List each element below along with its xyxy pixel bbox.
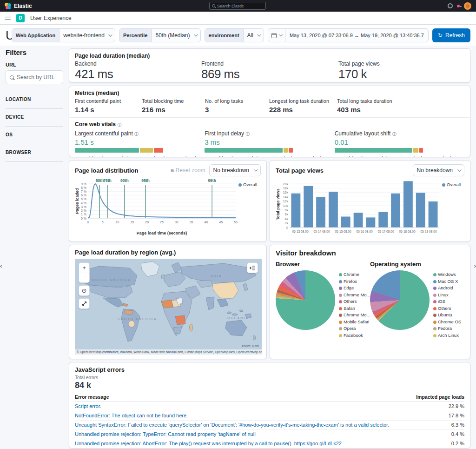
stat: Frontend869 ms	[201, 60, 338, 81]
legend-item[interactable]: Safari	[339, 305, 370, 312]
table-row: Script error.22.9 %	[75, 402, 464, 411]
sidebar-section-location[interactable]: LOCATION	[6, 91, 63, 102]
stat: Total blocking time216 ms	[142, 98, 205, 114]
legend-dot	[368, 157, 371, 157]
sidebar-section-os[interactable]: OS	[6, 126, 63, 137]
stat: Longest long task duration228 ms	[269, 98, 337, 114]
breakdown-select[interactable]: No breakdown	[413, 164, 464, 176]
chevron-down-icon	[457, 168, 461, 171]
breadcrumb[interactable]: User Experience	[30, 15, 72, 21]
error-message-link[interactable]: Unhandled promise rejection: AbortError:…	[75, 441, 342, 447]
vital-value: 1.51 s	[75, 138, 205, 146]
errors-table: Error message Impacted page loads Script…	[75, 393, 464, 449]
legend-item[interactable]: Mac OS X	[433, 278, 461, 285]
vital-bar-segment	[413, 148, 418, 153]
column-header-error-message[interactable]: Error message	[75, 394, 109, 400]
map-locate-button[interactable]: ⊙	[79, 286, 89, 295]
vital-label: Largest contentful paint ⓘ	[75, 130, 205, 137]
date-range-picker[interactable]: May 13, 2020 @ 07:33:06.9 → May 19, 2020…	[268, 28, 429, 42]
menu-icon[interactable]	[5, 16, 11, 20]
impacted-page-loads-value: 6.3 %	[451, 422, 464, 428]
reset-zoom-button[interactable]: Reset zoom	[171, 167, 205, 174]
svg-text:35: 35	[190, 221, 193, 224]
stat-label: Total page views	[338, 60, 380, 67]
legend-item[interactable]: Android	[433, 285, 461, 292]
svg-text:99th: 99th	[208, 178, 216, 183]
legend-item[interactable]: Edge	[339, 285, 370, 292]
legend-dot	[238, 183, 242, 187]
total-page-views-chart[interactable]: 02k4k6k8k10k12k14k16k18k20k05-13 08:0005…	[276, 177, 442, 241]
help-icon[interactable]	[448, 3, 453, 8]
info-icon[interactable]: ⓘ	[117, 122, 121, 127]
error-message-link[interactable]: Unhandled promise rejection: TypeError: …	[75, 431, 256, 437]
global-search-input[interactable]: Search Elastic	[209, 2, 266, 10]
map-fullscreen-button[interactable]	[79, 299, 89, 308]
legend-item[interactable]: Firefox	[339, 278, 370, 285]
legend-dot	[297, 157, 300, 157]
chevron-down-icon	[108, 33, 112, 36]
user-avatar[interactable]	[464, 2, 471, 10]
legend-item[interactable]: Fedora	[433, 325, 461, 332]
info-icon[interactable]: ⓘ	[134, 132, 139, 136]
legend-item[interactable]: Chrome Mo...	[339, 292, 370, 299]
vital-label: Cumulative layout shift ⓘ	[335, 130, 464, 137]
map-legend-toggle-button[interactable]	[247, 263, 258, 273]
brand-name: Elastic	[14, 3, 32, 9]
elastic-brand[interactable]: Elastic	[5, 3, 32, 9]
column-header-impacted-page-loads[interactable]: Impacted page loads	[416, 394, 464, 400]
error-message-link[interactable]: Uncaught SyntaxError: Failed to execute …	[75, 422, 389, 428]
info-icon[interactable]: ⓘ	[245, 132, 250, 136]
javascript-errors-panel: JavaScript errors Total errors 84 k Erro…	[69, 362, 470, 449]
sidebar-section-browser[interactable]: BROWSER	[6, 144, 63, 155]
date-range-end[interactable]: May 19, 2020 @ 13:40:36.7	[361, 33, 424, 38]
chart-legend[interactable]: Overall	[442, 177, 464, 241]
url-search-input[interactable]: Search by URL	[6, 70, 63, 84]
legend-item[interactable]: Chrome OS	[433, 319, 461, 326]
svg-text:1 %: 1 %	[81, 213, 86, 216]
world-map[interactable]: NORTH AMERICASOUTH AMERICAASIAOCEANIA + …	[75, 259, 262, 355]
legend-item[interactable]: Chrome Mo...	[339, 312, 370, 319]
legend-item[interactable]: Ubuntu	[433, 312, 461, 319]
os-pie-chart[interactable]	[370, 270, 430, 330]
legend-item[interactable]: Mobile Safari	[339, 319, 370, 326]
legend-item[interactable]: Windows	[433, 271, 461, 278]
error-message-link[interactable]: Script error.	[75, 403, 101, 409]
legend-item[interactable]: Others	[433, 305, 461, 312]
legend-dot	[75, 157, 78, 157]
legend-item[interactable]: Opera	[339, 325, 370, 332]
map-attribution[interactable]: © OpenStreetMap contributors, Wikidata, …	[75, 349, 262, 355]
page-load-distribution-panel: Page load distribution Reset zoom No bre…	[69, 160, 267, 242]
environment-filter[interactable]: environment All	[205, 28, 264, 42]
chart-legend[interactable]: Overall	[238, 177, 261, 238]
svg-text:9 %: 9 %	[81, 182, 86, 186]
ux-app-icon[interactable]: D	[16, 14, 25, 22]
legend-item[interactable]: Arch Linux	[433, 332, 461, 339]
legend-item[interactable]: Linux	[433, 292, 461, 299]
map-zoom-out-button[interactable]: −	[79, 273, 89, 282]
vital-legend: Good (90%)Needs improvement (5%)Poor (5%…	[205, 155, 334, 157]
legend-item[interactable]: Facebook	[339, 332, 370, 339]
breakdown-select[interactable]: No breakdown	[209, 164, 261, 176]
search-icon	[212, 4, 215, 7]
percentile-filter[interactable]: Percentile 50th (Median)	[119, 28, 201, 42]
legend-dot	[442, 183, 445, 187]
legend-item[interactable]: Chrome	[339, 271, 370, 278]
legend-item[interactable]: iOS	[433, 298, 461, 305]
refresh-button[interactable]: ↻ Refresh	[432, 28, 470, 42]
sidebar-section-device[interactable]: DEVICE	[6, 108, 63, 120]
map-zoom-in-button[interactable]: +	[79, 263, 89, 273]
vital-legend: Good (90%)Needs improvement (6%)Poor (4%…	[335, 155, 464, 157]
quick-select-menu[interactable]	[268, 29, 285, 42]
browser-pie-chart[interactable]	[276, 270, 335, 330]
date-range-start[interactable]: May 13, 2020 @ 07:33:06.9	[290, 33, 353, 38]
search-icon	[10, 75, 14, 80]
info-icon[interactable]: ⓘ	[392, 132, 397, 136]
stat-label: No. of long tasks	[205, 98, 269, 104]
table-row: Unhandled promise rejection: TypeError: …	[75, 430, 464, 439]
legend-item[interactable]: Others	[339, 298, 370, 305]
error-message-link[interactable]: NotFoundError: The object can not be fou…	[75, 413, 188, 419]
web-application-filter[interactable]: Web Application website-frontend	[12, 28, 115, 42]
core-web-vital: Cumulative layout shift ⓘ0.01Good (90%)N…	[335, 130, 464, 157]
vital-bar	[75, 148, 164, 153]
page-load-distribution-chart[interactable]: 0 %1 %2 %3 %4 %5 %6 %7 %8 %9 %0510152025…	[75, 177, 238, 238]
